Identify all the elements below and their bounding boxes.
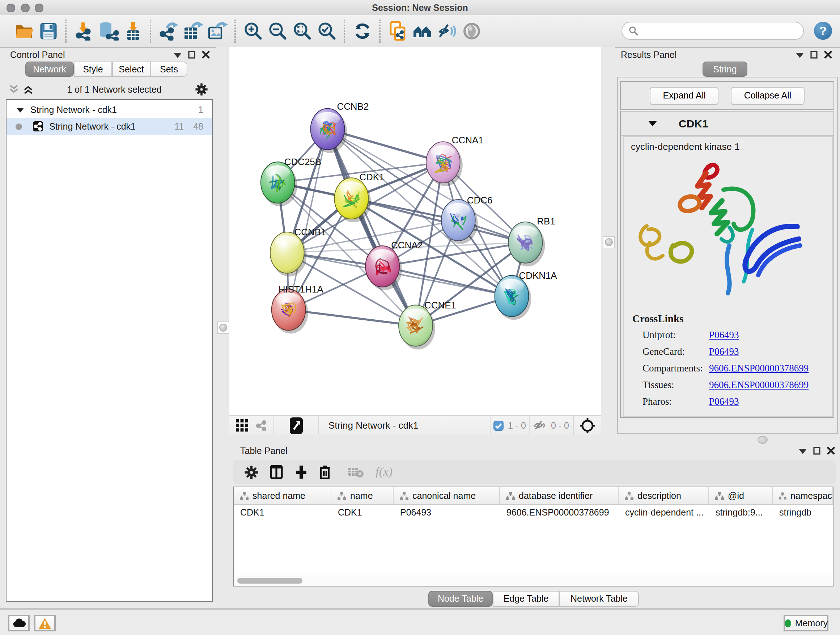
tab-network[interactable]: Network [25, 62, 74, 77]
left-divider-handle[interactable] [217, 321, 229, 334]
import-table-button[interactable] [121, 19, 145, 43]
network-node-CCNA1[interactable] [426, 141, 463, 186]
scrollbar-thumb[interactable] [237, 578, 302, 584]
column-header-2[interactable]: canonical name [393, 487, 500, 504]
table-cell[interactable]: CDK1 [332, 508, 393, 518]
collapse-gene-icon[interactable] [648, 120, 657, 127]
selected-checkbox[interactable] [493, 420, 504, 431]
tree-expand-icon[interactable] [17, 107, 24, 112]
gear-icon[interactable] [195, 83, 208, 96]
network-node-CDKN1A[interactable] [495, 276, 531, 320]
birds-eye-view-icon[interactable] [289, 417, 303, 434]
network-snapshot-button[interactable] [386, 19, 410, 43]
column-header-0[interactable]: shared name [234, 487, 332, 504]
table-cell[interactable]: stringdb [773, 508, 833, 518]
table-cell[interactable]: P06493 [393, 508, 500, 518]
zoom-fit-button[interactable] [290, 19, 315, 43]
table-cell[interactable]: stringdb:9... [709, 508, 773, 518]
network-node-CCNB2[interactable] [311, 109, 347, 153]
network-node-RB1[interactable] [508, 222, 545, 266]
maximize-panel-icon[interactable] [188, 51, 195, 59]
compartments-link[interactable]: 9606.ENSP00000378699 [709, 363, 808, 374]
float-panel-icon[interactable] [174, 52, 182, 57]
table-cell[interactable]: cyclin-dependent ... [619, 508, 709, 518]
table-row[interactable]: CDK1CDK1P064939606.ENSP00000378699cyclin… [234, 505, 833, 521]
apply-style-button[interactable] [350, 19, 375, 43]
add-column-icon[interactable] [294, 465, 308, 479]
network-node-CCNA2[interactable] [365, 246, 402, 290]
warning-button[interactable] [34, 615, 56, 631]
float-panel-icon[interactable] [799, 448, 807, 454]
delete-column-icon[interactable] [319, 465, 331, 479]
zoom-in-button[interactable] [241, 19, 265, 43]
hidden-eye-icon[interactable] [534, 420, 546, 431]
share-view-icon[interactable] [256, 420, 267, 431]
grid-view-icon[interactable] [236, 419, 248, 432]
export-network-button[interactable] [156, 19, 181, 43]
expand-all-button[interactable]: Expand All [650, 87, 719, 105]
genecard-link[interactable]: P06493 [709, 346, 739, 358]
column-header-3[interactable]: database identifier [500, 487, 619, 504]
save-session-button[interactable] [36, 19, 61, 43]
search-field[interactable] [622, 22, 804, 40]
tab-select[interactable]: Select [112, 62, 150, 77]
pharos-link[interactable]: P06493 [709, 396, 739, 408]
results-panel-title: Results Panel [621, 50, 676, 60]
maximize-panel-icon[interactable] [810, 51, 818, 59]
export-table-button[interactable] [181, 19, 205, 43]
float-panel-icon[interactable] [796, 52, 804, 57]
tab-style[interactable]: Style [74, 62, 112, 77]
import-network-button[interactable] [72, 19, 96, 43]
maximize-panel-icon[interactable] [813, 447, 821, 455]
tissues-link[interactable]: 9606.ENSP00000378699 [709, 379, 808, 391]
hide-graphics-details-button[interactable] [435, 19, 459, 43]
search-input[interactable] [642, 25, 803, 36]
export-image-button[interactable] [205, 19, 230, 43]
gene-header[interactable]: CDK1 [621, 111, 834, 136]
network-row[interactable]: String Network - cdk1 11 48 [6, 118, 212, 135]
expand-all-tree-icon[interactable] [23, 85, 33, 94]
column-header-4[interactable]: description [619, 487, 709, 504]
gene-detail-body: cyclin-dependent kinase 1 CrossLinks Uni… [623, 136, 833, 417]
table-h-scrollbar[interactable] [234, 576, 834, 585]
close-panel-icon[interactable] [824, 51, 832, 59]
right-divider-handle[interactable] [603, 236, 615, 249]
zoom-selected-button[interactable] [315, 19, 339, 43]
column-header-1[interactable]: name [332, 487, 393, 504]
tab-edge-table[interactable]: Edge Table [493, 591, 559, 607]
uniprot-link[interactable]: P06493 [709, 329, 739, 341]
tab-string[interactable]: String [703, 62, 747, 77]
table-cell[interactable]: CDK1 [234, 508, 332, 518]
network-node-CDK1[interactable] [334, 178, 371, 222]
import-network-from-database-button[interactable] [96, 19, 121, 43]
close-panel-icon[interactable] [827, 447, 835, 455]
network-node-HIST1H1A[interactable] [272, 289, 308, 334]
splitter-handle[interactable] [758, 436, 767, 444]
table-gear-icon[interactable] [245, 465, 258, 479]
show-all-networks-button[interactable] [410, 19, 435, 43]
zoom-out-button[interactable] [265, 19, 290, 43]
network-collection-row[interactable]: String Network - cdk1 1 [6, 101, 212, 118]
cloud-button[interactable] [8, 615, 30, 631]
table-cell[interactable]: 9606.ENSP00000378699 [500, 508, 619, 518]
help-button[interactable]: ? [813, 21, 833, 41]
show-graphics-details-button[interactable] [459, 19, 484, 43]
collapse-all-tree-icon[interactable] [9, 85, 19, 94]
tab-sets[interactable]: Sets [150, 62, 187, 77]
close-panel-icon[interactable] [202, 51, 210, 59]
tab-node-table[interactable]: Node Table [428, 591, 493, 607]
memory-button[interactable]: Memory [783, 615, 829, 631]
select-columns-icon[interactable] [270, 465, 283, 479]
horizontal-splitter[interactable] [229, 435, 840, 443]
collapse-all-button[interactable]: Collapse All [731, 87, 805, 105]
network-node-CCNE1[interactable] [399, 305, 435, 350]
network-canvas[interactable]: CCNB2CCNA1CDC25BCDK1CDC6RB1CCNB1CCNA2CDK… [229, 47, 601, 415]
selected-count: 1 - 0 [508, 420, 526, 431]
open-session-button[interactable] [11, 19, 36, 43]
crosshair-icon[interactable] [579, 417, 595, 433]
network-node-CCNB1[interactable] [270, 232, 307, 277]
tab-network-table[interactable]: Network Table [559, 591, 639, 607]
toolbar-separator [150, 19, 152, 43]
column-header-6[interactable]: namespac [773, 487, 833, 504]
column-header-5[interactable]: @id [709, 487, 773, 504]
